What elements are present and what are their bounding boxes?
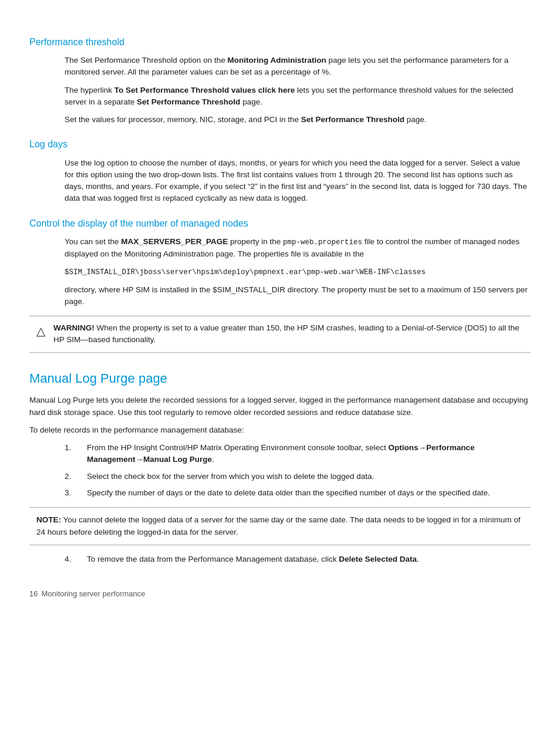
step-4-text: To remove the data from the Performance … (87, 553, 419, 565)
control-display-heading: Control the display of the number of man… (29, 217, 531, 230)
warning-box: △ WARNING! When the property is set to a… (29, 316, 531, 353)
performance-threshold-section: Performance threshold The Set Performanc… (29, 35, 531, 126)
step-2: Select the check box for the server from… (65, 471, 531, 482)
manual-log-purge-para2: To delete records in the performance man… (29, 424, 531, 436)
log-days-para1: Use the log option to choose the number … (65, 157, 531, 205)
performance-threshold-para3: Set the values for processor, memory, NI… (65, 114, 531, 126)
control-display-section: Control the display of the number of man… (29, 217, 531, 353)
step-1-text: From the HP Insight Control/HP Matrix Op… (87, 442, 531, 466)
warning-icon: △ (36, 323, 45, 340)
performance-threshold-heading: Performance threshold (29, 35, 531, 49)
log-days-heading: Log days (29, 137, 531, 151)
performance-threshold-para1: The Set Performance Threshold option on … (65, 55, 531, 79)
manual-log-purge-heading: Manual Log Purge page (29, 369, 531, 388)
control-display-para1: You can set the MAX_SERVERS_PER_PAGE pro… (65, 236, 531, 260)
note-text: NOTE: You cannot delete the logged data … (36, 515, 521, 536)
footer: 16 Monitoring server performance (29, 589, 531, 600)
note-box: NOTE: You cannot delete the logged data … (29, 507, 531, 545)
manual-log-purge-section: Manual Log Purge page Manual Log Purge l… (29, 369, 531, 565)
manual-log-purge-para1: Manual Log Purge lets you delete the rec… (29, 394, 531, 418)
footer-label: Monitoring server performance (41, 589, 145, 600)
manual-log-purge-steps: From the HP Insight Control/HP Matrix Op… (65, 442, 531, 499)
warning-text: WARNING! When the property is set to a v… (53, 322, 524, 346)
log-days-section: Log days Use the log option to choose th… (29, 137, 531, 204)
step-3: Specify the number of days or the date t… (65, 487, 531, 499)
step-3-text: Specify the number of days or the date t… (87, 487, 490, 499)
performance-threshold-para2: The hyperlink To Set Performance Thresho… (65, 85, 531, 109)
step-2-text: Select the check box for the server from… (87, 471, 374, 482)
manual-log-purge-step4-list: To remove the data from the Performance … (65, 553, 531, 565)
step-1: From the HP Insight Control/HP Matrix Op… (65, 442, 531, 466)
control-display-path: $SIM_INSTALL_DIR\jboss\server\hpsim\depl… (65, 266, 531, 278)
footer-page-number: 16 (29, 589, 38, 600)
control-display-para3: directory, where HP SIM is installed in … (65, 284, 531, 308)
step-4: To remove the data from the Performance … (65, 553, 531, 565)
